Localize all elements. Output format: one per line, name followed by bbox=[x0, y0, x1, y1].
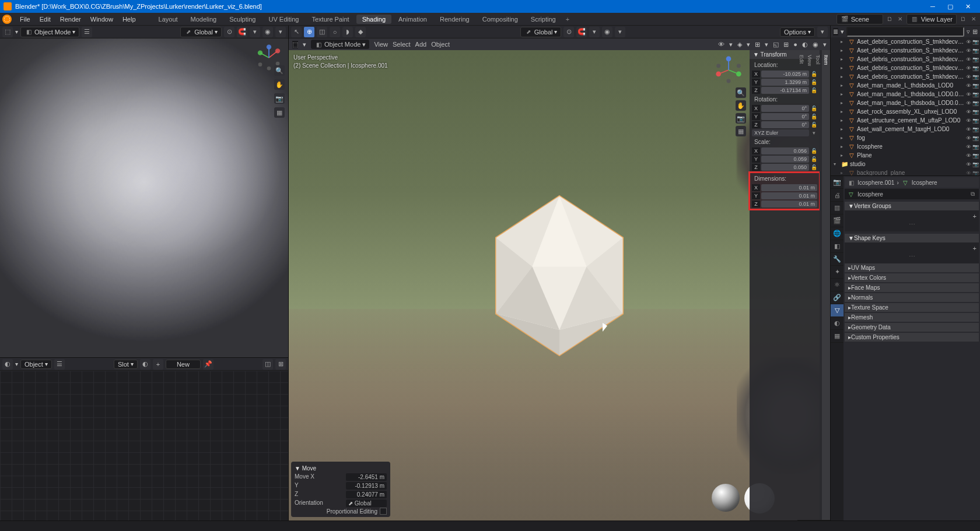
workspace-scripting[interactable]: Scripting bbox=[525, 15, 562, 24]
menu-help[interactable]: Help bbox=[118, 16, 141, 23]
shade-wire-icon[interactable]: ⊞ bbox=[783, 41, 789, 48]
shader-type-selector[interactable]: Object ▾ bbox=[20, 360, 52, 369]
shader-overlay-icon[interactable]: ◫ bbox=[262, 359, 273, 370]
expand-icon[interactable]: ▸ bbox=[841, 48, 846, 53]
expand-icon[interactable]: ▸ bbox=[841, 100, 846, 106]
proportional-menu-icon[interactable]: ▾ bbox=[275, 27, 286, 37]
vp-zoom-icon[interactable]: 🔍 bbox=[736, 87, 746, 98]
view-layer-selector[interactable]: ▥ View Layer bbox=[907, 14, 957, 24]
move-z-value[interactable]: 0.24077 m bbox=[346, 491, 387, 498]
mid-editor-type-icon[interactable]: ⬚ bbox=[292, 41, 298, 48]
workspace-add-button[interactable]: + bbox=[562, 16, 573, 23]
npanel-tab-tool[interactable]: Tool bbox=[814, 50, 822, 521]
crumb-obj-name[interactable]: Icosphere.001 bbox=[858, 180, 894, 186]
move-x-value[interactable]: -2.6451 m bbox=[346, 473, 387, 481]
slot-selector[interactable]: Slot ▾ bbox=[114, 360, 138, 369]
outliner-search-input[interactable] bbox=[846, 27, 964, 37]
shade-solid-icon[interactable]: ● bbox=[793, 41, 797, 48]
cursor-tool-icon[interactable]: ⊕ bbox=[304, 27, 314, 37]
shade-render-icon[interactable]: ◉ bbox=[813, 41, 818, 48]
workspace-modeling[interactable]: Modeling bbox=[185, 15, 223, 24]
outliner-visibility-icons[interactable]: 👁📷 bbox=[966, 57, 979, 62]
npanel-tab-edit[interactable]: Edit bbox=[797, 50, 806, 521]
outliner-item-name[interactable]: Icosphere bbox=[857, 143, 964, 150]
expand-icon[interactable]: ▸ bbox=[841, 109, 846, 114]
outliner-visibility-icons[interactable]: 👁📷 bbox=[966, 48, 979, 54]
outliner-item-name[interactable]: Aset_structure_cement_M_uftaP_LOD0 bbox=[857, 117, 964, 124]
expand-icon[interactable]: ▸ bbox=[841, 153, 846, 158]
mid-mode-selector[interactable]: ◧ Object Mode ▾ bbox=[311, 40, 369, 49]
xray-icon[interactable]: ◱ bbox=[773, 41, 779, 48]
mesh-data-name-field[interactable]: ▽ Icosphere ⧉ bbox=[845, 189, 979, 199]
material-browse-icon[interactable]: ◐ bbox=[140, 359, 150, 370]
texture-space-header[interactable]: ▸ Texture Space bbox=[845, 303, 979, 312]
zoom-icon[interactable]: 🔍 bbox=[274, 65, 285, 76]
menu-render[interactable]: Render bbox=[55, 16, 86, 23]
expand-icon[interactable]: ▸ bbox=[841, 144, 846, 149]
prop-tab-modifier[interactable]: 🔧 bbox=[831, 253, 844, 266]
mid-prop-icon[interactable]: ◉ bbox=[602, 27, 612, 37]
perspective-icon[interactable]: ▦ bbox=[274, 107, 285, 118]
expand-icon[interactable]: ▸ bbox=[841, 92, 846, 97]
snap-icon[interactable]: 🧲 bbox=[237, 27, 247, 37]
outliner-item-name[interactable]: Aset_debris_construction_S_tmkhdecva_05_… bbox=[857, 73, 964, 80]
shade-matprev-icon[interactable]: ◐ bbox=[802, 41, 808, 48]
layer-new-button[interactable]: 🗋 bbox=[959, 15, 967, 23]
vp-pan-icon[interactable]: ✋ bbox=[736, 100, 746, 111]
prop-tab-viewlayer[interactable]: ▥ bbox=[831, 202, 844, 214]
mid-snap-icon[interactable]: 🧲 bbox=[576, 27, 587, 37]
outliner-row[interactable]: ▸▽Aset_man_made_L_thdsboda_LOD0👁📷 bbox=[831, 81, 980, 90]
outliner-item-name[interactable]: background_plane bbox=[857, 170, 964, 175]
menu-window[interactable]: Window bbox=[86, 16, 118, 23]
outliner-visibility-icons[interactable]: 👁📷 bbox=[966, 74, 979, 80]
prop-tab-world[interactable]: 🌐 bbox=[831, 227, 844, 240]
prop-tab-physics[interactable]: ⚛ bbox=[831, 279, 844, 291]
expand-icon[interactable]: ▸ bbox=[841, 39, 846, 44]
scene-selector[interactable]: 🎬 Scene bbox=[836, 14, 883, 24]
minimize-button[interactable]: ─ bbox=[924, 0, 942, 13]
main-nav-gizmo[interactable] bbox=[713, 55, 744, 85]
prop-tab-render[interactable]: 📷 bbox=[831, 176, 844, 189]
expand-icon[interactable]: ▸ bbox=[841, 83, 846, 88]
outliner-visibility-icons[interactable]: 👁📷 bbox=[966, 109, 979, 115]
vertex-colors-header[interactable]: ▸ Vertex Colors bbox=[845, 273, 979, 282]
vp-persp-icon[interactable]: ▦ bbox=[736, 126, 746, 136]
move-orientation-value[interactable]: ⬈ Global bbox=[346, 500, 387, 507]
outliner-row[interactable]: ▸▽Aset_man_made_L_thdsboda_LOD0.001👁📷 bbox=[831, 90, 980, 99]
prop-tab-particles[interactable]: ✦ bbox=[831, 266, 844, 279]
outliner-row[interactable]: ▸▽Aset_structure_cement_M_uftaP_LOD0👁📷 bbox=[831, 116, 980, 125]
normals-header[interactable]: ▸ Normals bbox=[845, 293, 979, 302]
mid-pivot-icon[interactable]: ⊙ bbox=[564, 27, 574, 37]
close-button[interactable]: ✕ bbox=[959, 0, 977, 13]
select-tool-icon[interactable]: ↖ bbox=[291, 27, 302, 37]
pan-icon[interactable]: ✋ bbox=[274, 79, 285, 90]
outliner-row[interactable]: ▸▽Aset_wall_cement_M_taxgH_LOD0👁📷 bbox=[831, 125, 980, 133]
expand-icon[interactable]: ▸ bbox=[841, 126, 846, 132]
proportional-icon[interactable]: ◉ bbox=[262, 27, 273, 37]
outliner-row[interactable]: ▸▽Aset_debris_construction_S_tmkhdecva_0… bbox=[831, 37, 980, 46]
maximize-button[interactable]: ▢ bbox=[942, 0, 959, 13]
face-maps-header[interactable]: ▸ Face Maps bbox=[845, 283, 979, 292]
outliner-row[interactable]: ▸▽background_plane👁📷 bbox=[831, 168, 980, 175]
icosphere-object[interactable] bbox=[469, 185, 650, 366]
remesh-header[interactable]: ▸ Remesh bbox=[845, 313, 979, 322]
uv-maps-header[interactable]: ▸ UV Maps bbox=[845, 263, 979, 272]
outliner-item-name[interactable]: Aset_debris_construction_S_tmkhdecva_01_… bbox=[857, 38, 964, 45]
outliner-row[interactable]: ▸▽fog👁📷 bbox=[831, 133, 980, 142]
pivot-icon[interactable]: ⊙ bbox=[224, 27, 235, 37]
outliner-type-icon[interactable]: ≣ bbox=[833, 28, 838, 36]
select-box-icon[interactable]: ◫ bbox=[317, 27, 327, 37]
outliner-row[interactable]: ▸▽Aset_debris_construction_S_tmkhdecva_0… bbox=[831, 46, 980, 55]
prop-edit-checkbox[interactable] bbox=[380, 508, 387, 515]
outliner-row[interactable]: ▸▽Plane👁📷 bbox=[831, 151, 980, 160]
outliner-visibility-icons[interactable]: 👁📷 bbox=[966, 83, 979, 89]
outliner-visibility-icons[interactable]: 👁📷 bbox=[966, 39, 979, 45]
outliner-item-name[interactable]: Aset_debris_construction_S_tmkhdecva_03_… bbox=[857, 56, 964, 62]
options-dropdown[interactable]: Options ▾ bbox=[780, 27, 815, 37]
outliner-item-name[interactable]: Aset_man_made_L_thdsboda_LOD0.001 bbox=[857, 91, 964, 97]
outliner-visibility-icons[interactable]: 👁📷 bbox=[966, 153, 979, 159]
outliner-tree[interactable]: ▸▽Aset_debris_construction_S_tmkhdecva_0… bbox=[831, 37, 980, 175]
shape-keys-header[interactable]: ▼ Shape Keys bbox=[845, 234, 979, 242]
workspace-layout[interactable]: Layout bbox=[153, 15, 184, 24]
outliner-visibility-icons[interactable]: 👁📷 bbox=[966, 161, 979, 167]
